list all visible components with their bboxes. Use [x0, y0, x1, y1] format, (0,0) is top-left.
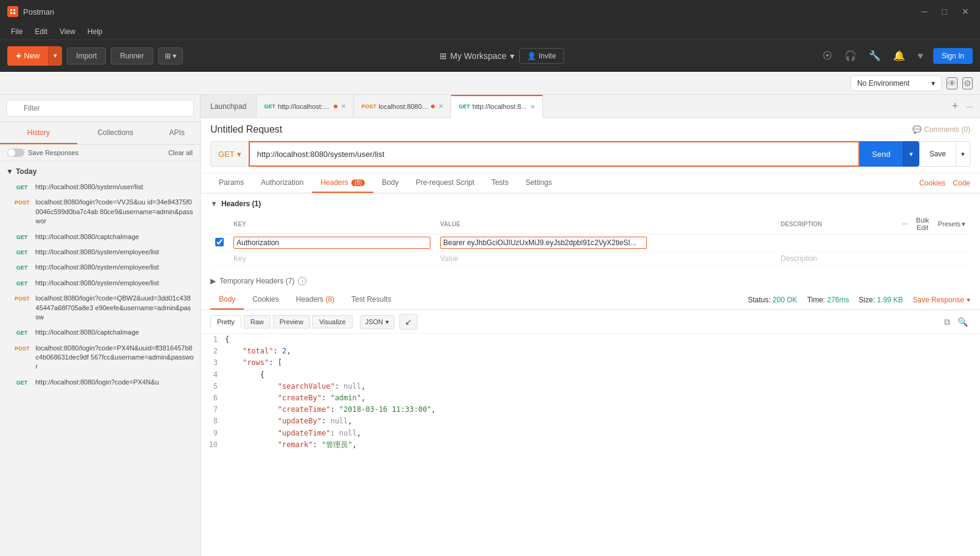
new-dropdown-button[interactable]: ▾: [48, 46, 62, 66]
status-label: Status: 200 OK: [748, 296, 797, 304]
list-item[interactable]: POST localhost:8080/login?code=VVJS&uu i…: [0, 195, 200, 229]
history-url: localhost:8080/login?code=QBW2&uuid=3dd0…: [36, 294, 194, 322]
tab-body[interactable]: Body: [373, 173, 407, 193]
preview-view-button[interactable]: Preview: [273, 315, 310, 328]
list-item[interactable]: GET http://localhost:8080/login?code=PX4…: [0, 375, 200, 390]
visualize-view-button[interactable]: Visualize: [312, 315, 353, 328]
tab-history[interactable]: History: [0, 122, 77, 144]
request-tabs: Params Authorization Headers (8) Body Pr…: [201, 173, 980, 193]
list-item[interactable]: POST localhost:8080/login?code=QBW2&uuid…: [0, 291, 200, 325]
workspace-button[interactable]: ⊞ My Workspace ▾: [440, 51, 514, 61]
search-in-response-button[interactable]: 🔍: [955, 314, 970, 329]
environment-select[interactable]: No Environment ▾: [851, 75, 942, 91]
bulk-edit-button[interactable]: Bulk Edit: [911, 217, 934, 231]
maximize-button[interactable]: □: [939, 5, 951, 18]
res-tab-test-results[interactable]: Test Results: [343, 290, 399, 310]
list-item[interactable]: GET http://localhost:8080/system/employe…: [0, 245, 200, 260]
tab-params[interactable]: Params: [210, 173, 252, 193]
empty-value-cell: Value: [435, 252, 776, 266]
temp-headers-row[interactable]: ▶ Temporary Headers (7) i: [201, 272, 980, 290]
bell-icon-btn[interactable]: 🔔: [891, 47, 908, 64]
list-item[interactable]: GET http://localhost:8080/system/user/li…: [0, 179, 200, 195]
tab-settings[interactable]: Settings: [517, 173, 560, 193]
history-url: http://localhost:8080/system/user/list: [35, 182, 143, 192]
cookies-link[interactable]: Cookies: [919, 179, 945, 187]
headset-icon-btn[interactable]: 🎧: [842, 47, 859, 64]
minimize-button[interactable]: ─: [918, 5, 931, 18]
menu-edit[interactable]: Edit: [29, 23, 53, 40]
list-item[interactable]: POST localhost:8080/login?code=PX4N&uuid…: [0, 341, 200, 375]
tab-bar: Launchpad GET http://localhost:8... ✕ PO…: [201, 95, 980, 118]
today-header[interactable]: ▼ Today: [0, 164, 200, 179]
save-response-button[interactable]: Save Response ▾: [913, 296, 970, 304]
app-logo: [7, 6, 18, 17]
value-field[interactable]: [440, 237, 647, 249]
gear-icon-btn[interactable]: ⚙: [962, 77, 973, 89]
history-url: http://localhost:8080/login?code=PX4N&u: [35, 378, 159, 387]
three-dots-icon[interactable]: ···: [902, 221, 907, 228]
send-button[interactable]: Send: [860, 141, 902, 167]
method-select[interactable]: GET ▾: [210, 141, 249, 167]
tab-apis[interactable]: APIs: [154, 122, 200, 144]
raw-view-button[interactable]: Raw: [244, 315, 271, 328]
list-item[interactable]: GET http://localhost:8080/system/employe…: [0, 260, 200, 275]
save-responses-toggle[interactable]: [7, 148, 24, 157]
res-tab-headers[interactable]: Headers (8): [288, 290, 343, 310]
tab-headers[interactable]: Headers (8): [312, 173, 373, 193]
filter-input[interactable]: [6, 100, 194, 117]
tab-close-icon[interactable]: ✕: [438, 103, 443, 109]
url-input[interactable]: [250, 142, 859, 165]
history-url: http://localhost:8080/captchaImage: [35, 328, 139, 337]
list-item[interactable]: GET http://localhost:8080/system/employe…: [0, 276, 200, 291]
res-tab-body[interactable]: Body: [210, 290, 244, 310]
tab-collections[interactable]: Collections: [77, 122, 154, 144]
sidebar-tabs: History Collections APIs: [0, 122, 200, 145]
menu-help[interactable]: Help: [81, 23, 109, 40]
import-button[interactable]: Import: [67, 47, 106, 64]
sign-in-button[interactable]: Sign In: [933, 48, 973, 64]
tab-authorization[interactable]: Authorization: [252, 173, 312, 193]
list-item[interactable]: GET http://localhost:8080/captchaImage: [0, 229, 200, 245]
tab-tests[interactable]: Tests: [483, 173, 517, 193]
tab-item[interactable]: POST localhost:8080/l... ✕: [354, 95, 451, 117]
invite-button[interactable]: 👤 Invite: [519, 48, 564, 64]
tab-pre-request[interactable]: Pre-request Script: [407, 173, 483, 193]
format-select[interactable]: JSON ▾: [360, 315, 395, 329]
code-link[interactable]: Code: [953, 179, 970, 187]
wrap-button[interactable]: ↙: [399, 314, 418, 330]
save-button[interactable]: Save: [919, 141, 956, 167]
code-content: "total": 2,: [225, 346, 291, 357]
tab-item[interactable]: GET http://localhost:8... ✕: [257, 95, 354, 117]
builder-button[interactable]: ⊞ ▾: [158, 47, 183, 64]
key-placeholder: Key: [233, 254, 246, 263]
clear-all-button[interactable]: Clear all: [168, 149, 193, 156]
add-tab-button[interactable]: +: [950, 99, 961, 114]
eye-icon-btn[interactable]: 👁: [947, 77, 958, 89]
satellite-icon-btn[interactable]: ⦿: [820, 48, 835, 64]
menu-file[interactable]: File: [5, 23, 29, 40]
tab-item-active[interactable]: GET http://localhost:8... ✕: [451, 95, 543, 118]
key-field[interactable]: [233, 237, 430, 249]
close-button[interactable]: ✕: [958, 5, 973, 18]
more-tabs-button[interactable]: ···: [963, 100, 975, 113]
heart-icon-btn[interactable]: ♥: [915, 48, 926, 64]
send-dropdown-button[interactable]: ▾: [903, 141, 919, 167]
runner-button[interactable]: Runner: [111, 47, 153, 64]
method-badge-get: GET: [12, 328, 32, 337]
tab-close-icon[interactable]: ✕: [341, 103, 346, 109]
new-button[interactable]: + New: [7, 46, 48, 66]
tab-close-icon-active[interactable]: ✕: [530, 103, 535, 110]
save-dropdown-button[interactable]: ▾: [956, 141, 970, 167]
res-tab-cookies[interactable]: Cookies: [244, 290, 287, 310]
row-checkbox[interactable]: [215, 238, 224, 246]
section-header[interactable]: ▼ Headers (1): [210, 200, 970, 208]
pretty-view-button[interactable]: Pretty: [210, 315, 241, 328]
copy-button[interactable]: ⧉: [942, 314, 953, 330]
list-item[interactable]: GET http://localhost:8080/captchaImage: [0, 325, 200, 340]
presets-button[interactable]: Presets ▾: [938, 220, 965, 228]
comments-link[interactable]: 💬 Comments (0): [913, 125, 970, 134]
wrench-icon-btn[interactable]: 🔧: [866, 47, 883, 64]
menu-view[interactable]: View: [53, 23, 81, 40]
launchpad-tab[interactable]: Launchpad: [201, 95, 257, 117]
sidebar-search-area: [0, 95, 200, 122]
